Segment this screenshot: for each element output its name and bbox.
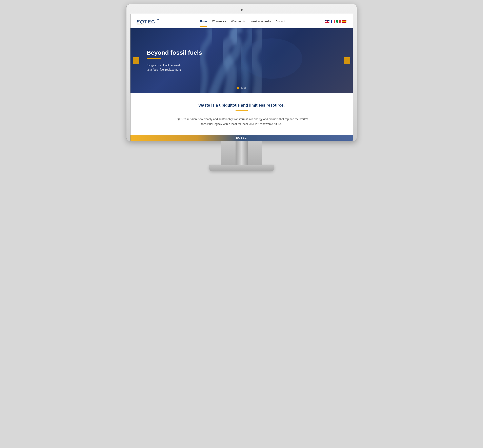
monitor-camera xyxy=(241,9,243,11)
monitor-wrapper: EQTEC™ Home Who we are What we do xyxy=(126,4,357,171)
flag-uk[interactable] xyxy=(325,20,329,23)
nav-links: Home Who we are What we do Investors & m… xyxy=(200,19,285,23)
flag-spain[interactable] xyxy=(342,20,346,23)
nav-link-contact[interactable]: Contact xyxy=(276,20,285,23)
section-title-underline xyxy=(236,111,248,111)
monitor-body: EQTEC™ Home Who we are What we do xyxy=(126,4,357,141)
monitor-stand-neck xyxy=(221,141,262,165)
nav-link-what-we-do[interactable]: What we do xyxy=(231,20,245,23)
hero-title: Beyond fossil fuels xyxy=(147,49,202,56)
hero-content: Beyond fossil fuels Syngas from limitles… xyxy=(147,49,202,72)
nav-item-contact[interactable]: Contact xyxy=(276,19,285,23)
logo-tec: TEC xyxy=(144,19,155,24)
nav-link-investors-media[interactable]: Investors & media xyxy=(250,20,271,23)
monitor-screen: EQTEC™ Home Who we are What we do xyxy=(130,14,353,141)
hero-subtitle: Syngas from limitless waste as a fossil … xyxy=(147,63,202,72)
section-title: Waste is a ubiquitous and limitless reso… xyxy=(137,103,347,108)
carousel-next-button[interactable]: › xyxy=(344,57,350,64)
carousel-prev-button[interactable]: ‹ xyxy=(133,57,139,64)
nav-item-home[interactable]: Home xyxy=(200,19,207,23)
hero-title-underline xyxy=(147,58,161,59)
hero-section: Beyond fossil fuels Syngas from limitles… xyxy=(131,28,353,93)
bottom-strip: EQTEC xyxy=(131,135,353,141)
logo-tm: ™ xyxy=(155,18,160,22)
nav-link-who-we-are[interactable]: Who we are xyxy=(212,20,226,23)
flag-italy[interactable] xyxy=(336,20,341,23)
logo-eq: EQ xyxy=(137,19,144,24)
flag-france[interactable] xyxy=(331,20,335,23)
nav-item-what-we-do[interactable]: What we do xyxy=(231,19,245,23)
section-body: EQTEC's mission is to cleanly and sustai… xyxy=(173,117,310,127)
nav-link-home[interactable]: Home xyxy=(200,20,207,23)
navbar: EQTEC™ Home Who we are What we do xyxy=(131,14,353,28)
monitor-top-bar xyxy=(130,8,353,12)
nav-flags xyxy=(325,20,346,23)
bottom-strip-logo: EQTEC xyxy=(236,136,247,139)
carousel-dot-2[interactable] xyxy=(241,87,243,89)
logo[interactable]: EQTEC™ xyxy=(137,18,160,24)
monitor-stand-base xyxy=(209,165,274,171)
carousel-dots xyxy=(237,87,246,89)
hero-subtitle-line2: as a fossil fuel replacement xyxy=(147,68,181,71)
logo-bar xyxy=(137,24,144,24)
nav-item-investors-media[interactable]: Investors & media xyxy=(250,19,271,23)
nav-item-who-we-are[interactable]: Who we are xyxy=(212,19,226,23)
carousel-dot-1[interactable] xyxy=(237,87,239,89)
svg-point-1 xyxy=(242,38,302,79)
hero-subtitle-line1: Syngas from limitless waste xyxy=(147,64,182,67)
carousel-dot-3[interactable] xyxy=(244,87,246,89)
content-section: Waste is a ubiquitous and limitless reso… xyxy=(131,93,353,135)
